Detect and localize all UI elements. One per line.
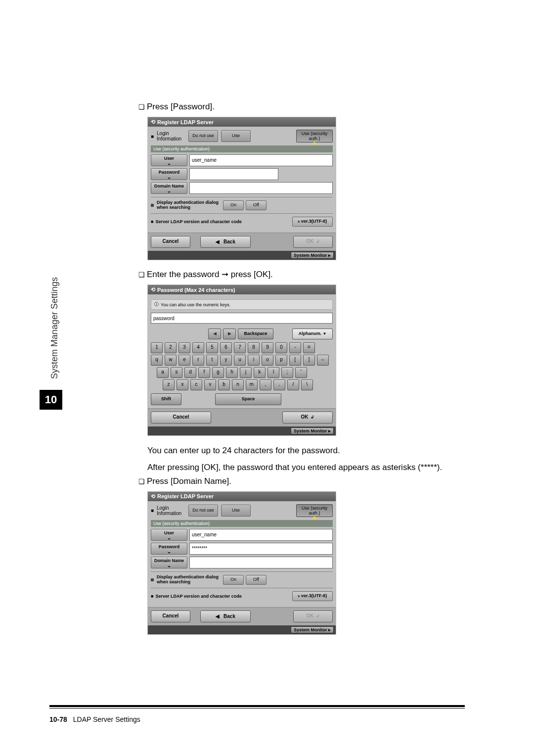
- system-monitor-button[interactable]: System Monitor ▸: [291, 252, 334, 259]
- version-label: Server LDAP version and character code: [155, 594, 241, 599]
- key-←[interactable]: ←: [317, 355, 329, 366]
- key-4[interactable]: 4: [192, 342, 204, 353]
- off-button[interactable]: Off: [246, 200, 267, 210]
- key-p[interactable]: p: [275, 355, 287, 366]
- use-button[interactable]: Use: [221, 505, 251, 517]
- backspace-button[interactable]: Backspace: [238, 329, 273, 339]
- key-l[interactable]: l: [267, 367, 279, 378]
- key-z[interactable]: z: [163, 379, 175, 390]
- key-t[interactable]: t: [206, 355, 218, 366]
- key-w[interactable]: w: [165, 355, 177, 366]
- key-u[interactable]: u: [234, 355, 246, 366]
- on-button[interactable]: On: [223, 200, 244, 210]
- system-monitor-button[interactable]: System Monitor ▸: [291, 427, 334, 434]
- key-=[interactable]: =: [303, 342, 315, 353]
- keyboard-row-1: 1234567890-=: [151, 342, 333, 353]
- window-title: Password (Max 24 characters): [157, 287, 235, 293]
- key-6[interactable]: 6: [220, 342, 232, 353]
- version-button[interactable]: ver.3(UTF-8): [292, 217, 333, 227]
- use-security-auth-button[interactable]: Use (security auth.): [296, 130, 333, 142]
- key-\[interactable]: \: [301, 379, 313, 390]
- key-b[interactable]: b: [218, 379, 230, 390]
- titlebar: ⟲ Password (Max 24 characters): [148, 285, 336, 294]
- key-j[interactable]: j: [240, 367, 252, 378]
- off-button[interactable]: Off: [246, 575, 267, 585]
- key-s[interactable]: s: [171, 367, 182, 378]
- key-][interactable]: ]: [303, 355, 315, 366]
- on-button[interactable]: On: [223, 575, 244, 585]
- key-r[interactable]: r: [192, 355, 204, 366]
- do-not-use-button[interactable]: Do not use: [188, 130, 218, 142]
- step-enter-password: Enter the password ➞ press [OK].: [138, 269, 465, 280]
- key-o[interactable]: o: [262, 355, 273, 366]
- back-button[interactable]: ◀ Back: [200, 236, 251, 248]
- back-button[interactable]: ◀ Back: [200, 611, 251, 622]
- system-monitor-button[interactable]: System Monitor ▸: [291, 626, 334, 633]
- key-g[interactable]: g: [212, 367, 224, 378]
- password-input[interactable]: password: [151, 313, 333, 324]
- user-button[interactable]: User: [151, 154, 187, 166]
- domain-name-button[interactable]: Domain Name: [151, 182, 187, 194]
- key-9[interactable]: 9: [262, 342, 273, 353]
- key-x[interactable]: x: [177, 379, 188, 390]
- key-a[interactable]: a: [157, 367, 169, 378]
- do-not-use-button[interactable]: Do not use: [188, 505, 218, 517]
- key-.[interactable]: .: [273, 379, 285, 390]
- key-f[interactable]: f: [198, 367, 210, 378]
- cancel-button[interactable]: Cancel: [151, 611, 190, 622]
- key--[interactable]: -: [289, 342, 301, 353]
- version-button[interactable]: ver.3(UTF-8): [292, 591, 333, 601]
- key-q[interactable]: q: [151, 355, 163, 366]
- cancel-button[interactable]: Cancel: [151, 236, 190, 248]
- key-/[interactable]: /: [287, 379, 299, 390]
- use-security-auth-button[interactable]: Use (security auth.): [296, 504, 333, 517]
- key-2[interactable]: 2: [165, 342, 177, 353]
- bullet-icon: ■: [151, 219, 153, 224]
- ok-button[interactable]: OK: [293, 611, 333, 622]
- password-button[interactable]: Password: [151, 543, 187, 555]
- user-value-box: user_name: [189, 154, 333, 166]
- key-,[interactable]: ,: [260, 379, 271, 390]
- key-0[interactable]: 0: [275, 342, 287, 353]
- password-value-box: ********: [189, 543, 333, 555]
- cursor-right-button[interactable]: ▶: [223, 329, 236, 339]
- key-h[interactable]: h: [226, 367, 238, 378]
- note-max-chars: You can enter up to 24 characters for th…: [147, 445, 465, 457]
- key-1[interactable]: 1: [151, 342, 163, 353]
- key-[[interactable]: [: [289, 355, 301, 366]
- use-button[interactable]: Use: [221, 130, 251, 142]
- user-button[interactable]: User: [151, 529, 187, 541]
- key-i[interactable]: i: [248, 355, 260, 366]
- key-d[interactable]: d: [184, 367, 196, 378]
- domain-name-button[interactable]: Domain Name: [151, 557, 187, 568]
- key-3[interactable]: 3: [178, 342, 190, 353]
- login-info-label: Login Information: [157, 131, 185, 142]
- key-c[interactable]: c: [190, 379, 202, 390]
- key-'[interactable]: ': [295, 367, 307, 378]
- titlebar: ⟲ Register LDAP Server: [148, 117, 336, 127]
- key-7[interactable]: 7: [234, 342, 246, 353]
- ok-button[interactable]: OK: [293, 236, 333, 248]
- back-icon: ⟲: [151, 119, 155, 125]
- key-y[interactable]: y: [220, 355, 232, 366]
- triangle-left-icon: ◀: [216, 612, 220, 621]
- shift-key[interactable]: Shift: [151, 393, 181, 405]
- key-m[interactable]: m: [246, 379, 258, 390]
- key-8[interactable]: 8: [248, 342, 260, 353]
- cancel-button[interactable]: Cancel: [151, 412, 211, 424]
- space-key[interactable]: Space: [215, 393, 281, 405]
- key-e[interactable]: e: [178, 355, 190, 366]
- key-5[interactable]: 5: [206, 342, 218, 353]
- password-button[interactable]: Password: [151, 168, 187, 180]
- back-icon: ⟲: [151, 493, 155, 500]
- input-mode-button[interactable]: Alphanum.: [292, 329, 333, 339]
- divider: [151, 213, 333, 214]
- key-;[interactable]: ;: [281, 367, 293, 378]
- cursor-left-button[interactable]: ◀: [208, 329, 221, 339]
- key-v[interactable]: v: [204, 379, 216, 390]
- dot-icon: [151, 578, 154, 581]
- keyboard-row-4: zxcvbnm,./\: [163, 379, 333, 390]
- key-k[interactable]: k: [254, 367, 266, 378]
- key-n[interactable]: n: [232, 379, 244, 390]
- ok-button[interactable]: OK: [282, 412, 333, 424]
